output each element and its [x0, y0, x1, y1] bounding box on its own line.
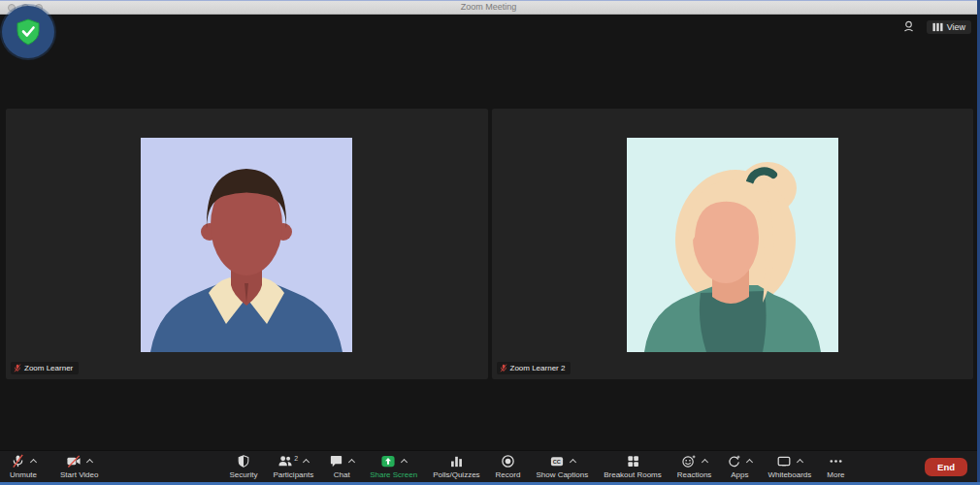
meeting-toolbar: Unmute Start Video	[0, 450, 977, 482]
chevron-up-icon[interactable]	[401, 459, 408, 466]
chevron-up-icon[interactable]	[702, 459, 708, 466]
toolbar-button-whiteboards[interactable]: Whiteboards	[768, 454, 811, 479]
toolbar-label: Show Captions	[536, 470, 588, 479]
top-right-controls: View	[900, 18, 971, 35]
chevron-up-icon[interactable]	[303, 459, 310, 466]
participant-1-name-badge: Zoom Learner	[11, 362, 79, 374]
toolbar-button-breakout-rooms[interactable]: Breakout Rooms	[604, 454, 662, 479]
chevron-up-icon[interactable]	[348, 459, 355, 466]
window-titlebar: Zoom Meeting	[0, 0, 977, 15]
toolbar-label: Breakout Rooms	[604, 470, 662, 479]
window-title: Zoom Meeting	[461, 2, 517, 12]
chat-bubble-icon	[329, 454, 343, 469]
meeting-content: View	[0, 15, 977, 482]
toolbar-label: Reactions	[677, 470, 712, 479]
toolbar-button-reactions[interactable]: Reactions	[677, 454, 712, 479]
toolbar-label: Apps	[731, 470, 748, 479]
chevron-up-icon[interactable]	[570, 459, 576, 466]
breakout-rooms-grid-icon	[626, 454, 640, 469]
chevron-up-icon[interactable]	[797, 459, 803, 466]
chevron-up-icon[interactable]	[86, 459, 93, 466]
toolbar-label: Polls/Quizzes	[433, 470, 479, 479]
security-shield-icon	[237, 454, 250, 469]
svg-text:CC: CC	[552, 459, 560, 465]
view-button-label: View	[947, 22, 965, 32]
toolbar-label: Chat	[334, 470, 350, 479]
whiteboard-icon	[776, 454, 792, 469]
zoom-meeting-window: Zoom Meeting View	[0, 0, 980, 485]
muted-microphone-icon	[500, 364, 507, 372]
gallery-view-icon	[932, 22, 943, 32]
toolbar-button-show-captions[interactable]: CC Show Captions	[536, 454, 588, 479]
participant-1-name: Zoom Learner	[24, 364, 73, 372]
chevron-up-icon[interactable]	[30, 459, 37, 466]
toolbar-label: Start Video	[60, 470, 98, 479]
video-muted-icon	[66, 454, 82, 469]
toolbar-label: More	[827, 470, 844, 479]
muted-microphone-icon	[14, 364, 21, 372]
video-tile-participant-2: Zoom Learner 2	[492, 109, 974, 379]
more-ellipsis-icon	[829, 454, 843, 469]
toolbar-label: Share Screen	[370, 470, 417, 479]
participant-2-avatar	[627, 138, 838, 352]
toolbar-button-polls-quizzes[interactable]: Polls/Quizzes	[433, 454, 479, 479]
toolbar-center-group: Security 2 Participants	[155, 454, 919, 479]
security-verified-badge	[2, 6, 54, 58]
female-avatar-illustration	[627, 138, 838, 352]
toolbar-left-group: Unmute Start Video	[10, 454, 155, 479]
toolbar-button-more[interactable]: More	[827, 454, 844, 479]
meeting-info-button[interactable]	[900, 18, 917, 35]
toolbar-button-participants[interactable]: 2 Participants	[273, 454, 313, 479]
toolbar-button-share-screen[interactable]: Share Screen	[370, 454, 417, 479]
participants-icon	[278, 454, 293, 469]
participant-1-avatar	[141, 138, 352, 352]
closed-captions-icon: CC	[549, 454, 565, 469]
participant-2-name: Zoom Learner 2	[510, 364, 566, 372]
end-meeting-button[interactable]: End	[925, 458, 967, 476]
reactions-smiley-icon	[681, 454, 697, 469]
toolbar-button-chat[interactable]: Chat	[329, 454, 354, 479]
toolbar-label: Record	[496, 470, 521, 479]
participants-count: 2	[294, 455, 298, 462]
toolbar-label: Whiteboards	[768, 470, 811, 479]
toolbar-button-security[interactable]: Security	[230, 454, 258, 479]
desktop-edge-top	[0, 0, 980, 1]
microphone-muted-icon	[11, 454, 25, 469]
shield-check-icon	[15, 17, 42, 47]
toolbar-button-apps[interactable]: Apps	[727, 454, 752, 479]
toolbar-label: Security	[230, 470, 258, 479]
share-screen-icon	[380, 454, 396, 469]
toolbar-button-unmute[interactable]: Unmute	[10, 454, 37, 479]
chevron-up-icon[interactable]	[746, 459, 753, 466]
participant-2-name-badge: Zoom Learner 2	[497, 362, 572, 374]
male-avatar-illustration	[141, 138, 352, 352]
bar-chart-icon	[449, 454, 464, 469]
record-icon	[501, 454, 515, 469]
meeting-info-icon	[902, 20, 915, 33]
toolbar-label: Participants	[273, 470, 313, 479]
video-tile-participant-1: Zoom Learner	[6, 109, 488, 379]
view-button[interactable]: View	[927, 20, 971, 34]
toolbar-button-start-video[interactable]: Start Video	[60, 454, 98, 479]
apps-icon	[727, 454, 741, 469]
toolbar-button-record[interactable]: Record	[496, 454, 521, 479]
toolbar-label: Unmute	[10, 470, 37, 479]
video-grid: Zoom Learner	[6, 109, 973, 379]
